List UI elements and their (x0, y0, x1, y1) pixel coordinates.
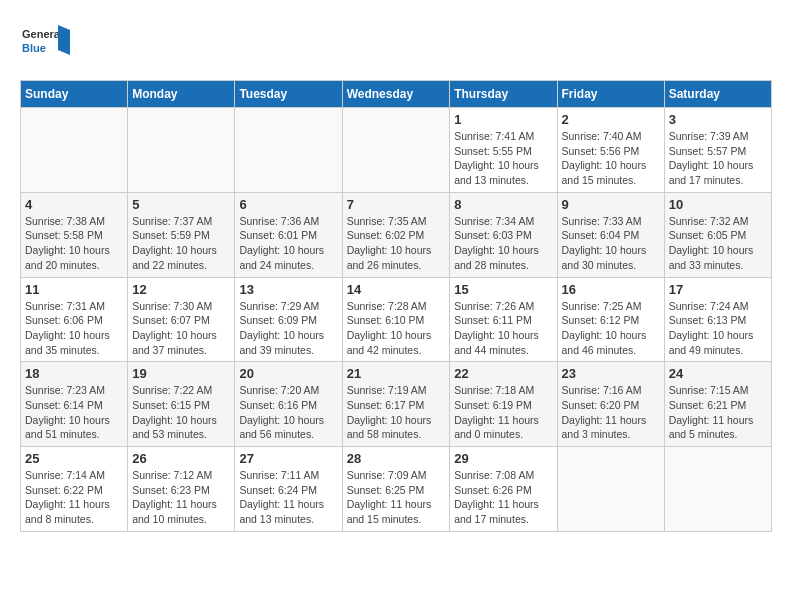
day-info: Sunrise: 7:29 AMSunset: 6:09 PMDaylight:… (239, 299, 337, 358)
day-number: 18 (25, 366, 123, 381)
calendar-cell: 26Sunrise: 7:12 AMSunset: 6:23 PMDayligh… (128, 447, 235, 532)
svg-text:General: General (22, 28, 63, 40)
calendar-header-saturday: Saturday (664, 81, 771, 108)
calendar-cell: 14Sunrise: 7:28 AMSunset: 6:10 PMDayligh… (342, 277, 450, 362)
day-number: 24 (669, 366, 767, 381)
day-info: Sunrise: 7:34 AMSunset: 6:03 PMDaylight:… (454, 214, 552, 273)
calendar-cell: 7Sunrise: 7:35 AMSunset: 6:02 PMDaylight… (342, 192, 450, 277)
day-number: 1 (454, 112, 552, 127)
day-info: Sunrise: 7:12 AMSunset: 6:23 PMDaylight:… (132, 468, 230, 527)
day-number: 28 (347, 451, 446, 466)
calendar-cell: 19Sunrise: 7:22 AMSunset: 6:15 PMDayligh… (128, 362, 235, 447)
calendar-cell: 23Sunrise: 7:16 AMSunset: 6:20 PMDayligh… (557, 362, 664, 447)
calendar-cell: 2Sunrise: 7:40 AMSunset: 5:56 PMDaylight… (557, 108, 664, 193)
day-number: 27 (239, 451, 337, 466)
calendar-cell: 10Sunrise: 7:32 AMSunset: 6:05 PMDayligh… (664, 192, 771, 277)
calendar-cell: 17Sunrise: 7:24 AMSunset: 6:13 PMDayligh… (664, 277, 771, 362)
page-header: General Blue (20, 20, 772, 70)
calendar-cell: 5Sunrise: 7:37 AMSunset: 5:59 PMDaylight… (128, 192, 235, 277)
calendar-week-3: 11Sunrise: 7:31 AMSunset: 6:06 PMDayligh… (21, 277, 772, 362)
calendar-cell: 4Sunrise: 7:38 AMSunset: 5:58 PMDaylight… (21, 192, 128, 277)
calendar-cell: 15Sunrise: 7:26 AMSunset: 6:11 PMDayligh… (450, 277, 557, 362)
calendar-cell: 12Sunrise: 7:30 AMSunset: 6:07 PMDayligh… (128, 277, 235, 362)
calendar-cell: 9Sunrise: 7:33 AMSunset: 6:04 PMDaylight… (557, 192, 664, 277)
day-number: 10 (669, 197, 767, 212)
day-number: 5 (132, 197, 230, 212)
day-info: Sunrise: 7:35 AMSunset: 6:02 PMDaylight:… (347, 214, 446, 273)
calendar-week-5: 25Sunrise: 7:14 AMSunset: 6:22 PMDayligh… (21, 447, 772, 532)
calendar-cell: 3Sunrise: 7:39 AMSunset: 5:57 PMDaylight… (664, 108, 771, 193)
day-number: 23 (562, 366, 660, 381)
day-info: Sunrise: 7:39 AMSunset: 5:57 PMDaylight:… (669, 129, 767, 188)
calendar-week-4: 18Sunrise: 7:23 AMSunset: 6:14 PMDayligh… (21, 362, 772, 447)
day-info: Sunrise: 7:11 AMSunset: 6:24 PMDaylight:… (239, 468, 337, 527)
day-number: 25 (25, 451, 123, 466)
day-number: 8 (454, 197, 552, 212)
calendar-header-monday: Monday (128, 81, 235, 108)
day-number: 13 (239, 282, 337, 297)
day-info: Sunrise: 7:24 AMSunset: 6:13 PMDaylight:… (669, 299, 767, 358)
day-info: Sunrise: 7:15 AMSunset: 6:21 PMDaylight:… (669, 383, 767, 442)
calendar-cell (128, 108, 235, 193)
day-info: Sunrise: 7:08 AMSunset: 6:26 PMDaylight:… (454, 468, 552, 527)
calendar-header-row: SundayMondayTuesdayWednesdayThursdayFrid… (21, 81, 772, 108)
calendar-cell (21, 108, 128, 193)
calendar-cell: 1Sunrise: 7:41 AMSunset: 5:55 PMDaylight… (450, 108, 557, 193)
calendar-cell: 8Sunrise: 7:34 AMSunset: 6:03 PMDaylight… (450, 192, 557, 277)
day-number: 2 (562, 112, 660, 127)
day-info: Sunrise: 7:23 AMSunset: 6:14 PMDaylight:… (25, 383, 123, 442)
calendar-week-1: 1Sunrise: 7:41 AMSunset: 5:55 PMDaylight… (21, 108, 772, 193)
day-number: 22 (454, 366, 552, 381)
day-number: 21 (347, 366, 446, 381)
day-info: Sunrise: 7:19 AMSunset: 6:17 PMDaylight:… (347, 383, 446, 442)
day-number: 16 (562, 282, 660, 297)
day-info: Sunrise: 7:41 AMSunset: 5:55 PMDaylight:… (454, 129, 552, 188)
calendar-cell: 11Sunrise: 7:31 AMSunset: 6:06 PMDayligh… (21, 277, 128, 362)
calendar-cell: 21Sunrise: 7:19 AMSunset: 6:17 PMDayligh… (342, 362, 450, 447)
day-info: Sunrise: 7:18 AMSunset: 6:19 PMDaylight:… (454, 383, 552, 442)
calendar-cell: 20Sunrise: 7:20 AMSunset: 6:16 PMDayligh… (235, 362, 342, 447)
logo: General Blue (20, 20, 70, 70)
calendar-header-thursday: Thursday (450, 81, 557, 108)
calendar-cell (235, 108, 342, 193)
calendar-cell (664, 447, 771, 532)
day-number: 14 (347, 282, 446, 297)
day-info: Sunrise: 7:22 AMSunset: 6:15 PMDaylight:… (132, 383, 230, 442)
day-number: 3 (669, 112, 767, 127)
day-info: Sunrise: 7:30 AMSunset: 6:07 PMDaylight:… (132, 299, 230, 358)
day-info: Sunrise: 7:20 AMSunset: 6:16 PMDaylight:… (239, 383, 337, 442)
day-info: Sunrise: 7:36 AMSunset: 6:01 PMDaylight:… (239, 214, 337, 273)
day-info: Sunrise: 7:37 AMSunset: 5:59 PMDaylight:… (132, 214, 230, 273)
day-number: 29 (454, 451, 552, 466)
calendar-cell: 28Sunrise: 7:09 AMSunset: 6:25 PMDayligh… (342, 447, 450, 532)
calendar-cell: 16Sunrise: 7:25 AMSunset: 6:12 PMDayligh… (557, 277, 664, 362)
calendar-cell (557, 447, 664, 532)
day-number: 6 (239, 197, 337, 212)
day-info: Sunrise: 7:26 AMSunset: 6:11 PMDaylight:… (454, 299, 552, 358)
day-info: Sunrise: 7:31 AMSunset: 6:06 PMDaylight:… (25, 299, 123, 358)
day-info: Sunrise: 7:25 AMSunset: 6:12 PMDaylight:… (562, 299, 660, 358)
calendar-header-wednesday: Wednesday (342, 81, 450, 108)
calendar-cell: 27Sunrise: 7:11 AMSunset: 6:24 PMDayligh… (235, 447, 342, 532)
day-number: 19 (132, 366, 230, 381)
day-info: Sunrise: 7:28 AMSunset: 6:10 PMDaylight:… (347, 299, 446, 358)
day-number: 7 (347, 197, 446, 212)
svg-marker-3 (58, 25, 70, 55)
day-number: 11 (25, 282, 123, 297)
day-info: Sunrise: 7:40 AMSunset: 5:56 PMDaylight:… (562, 129, 660, 188)
day-info: Sunrise: 7:09 AMSunset: 6:25 PMDaylight:… (347, 468, 446, 527)
day-number: 4 (25, 197, 123, 212)
day-number: 12 (132, 282, 230, 297)
calendar-week-2: 4Sunrise: 7:38 AMSunset: 5:58 PMDaylight… (21, 192, 772, 277)
general-blue-logo-icon: General Blue (20, 20, 70, 70)
calendar-header-sunday: Sunday (21, 81, 128, 108)
calendar-cell: 18Sunrise: 7:23 AMSunset: 6:14 PMDayligh… (21, 362, 128, 447)
day-info: Sunrise: 7:32 AMSunset: 6:05 PMDaylight:… (669, 214, 767, 273)
calendar-table: SundayMondayTuesdayWednesdayThursdayFrid… (20, 80, 772, 532)
calendar-header-tuesday: Tuesday (235, 81, 342, 108)
calendar-cell: 22Sunrise: 7:18 AMSunset: 6:19 PMDayligh… (450, 362, 557, 447)
day-number: 15 (454, 282, 552, 297)
calendar-cell: 6Sunrise: 7:36 AMSunset: 6:01 PMDaylight… (235, 192, 342, 277)
calendar-cell (342, 108, 450, 193)
day-number: 9 (562, 197, 660, 212)
